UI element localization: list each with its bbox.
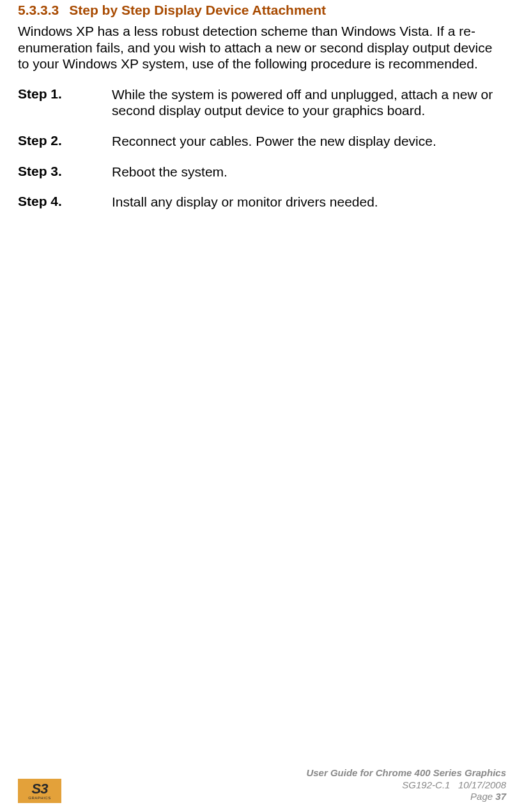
section-title: Step by Step Display Device Attachment	[69, 3, 326, 17]
step-text: Reboot the system.	[112, 164, 506, 194]
step-text: While the system is powered off and unpl…	[112, 86, 506, 133]
footer-logo-main: S3	[32, 782, 48, 796]
footer: S3 GRAPHICS User Guide for Chrome 400 Se…	[18, 767, 506, 803]
step-label: Step 1.	[18, 86, 112, 133]
section-heading: 5.3.3.3Step by Step Display Device Attac…	[18, 0, 506, 18]
step-text: Reconnect your cables. Power the new dis…	[112, 133, 506, 164]
step-text: Install any display or monitor drivers n…	[112, 194, 506, 224]
step-row: Step 3. Reboot the system.	[18, 164, 506, 194]
intro-paragraph: Windows XP has a less robust detection s…	[18, 23, 506, 72]
footer-logo-sub: GRAPHICS	[28, 796, 50, 800]
steps-list: Step 1. While the system is powered off …	[18, 86, 506, 224]
step-label: Step 2.	[18, 133, 112, 164]
step-row: Step 4. Install any display or monitor d…	[18, 194, 506, 224]
footer-page: Page 37	[306, 791, 506, 803]
footer-meta: User Guide for Chrome 400 Series Graphic…	[306, 767, 506, 803]
footer-doc-id: SG192-C.1	[402, 779, 450, 790]
footer-doc-title: User Guide for Chrome 400 Series Graphic…	[306, 767, 506, 779]
footer-doc-date: 10/17/2008	[458, 779, 506, 790]
step-label: Step 3.	[18, 164, 112, 194]
step-row: Step 1. While the system is powered off …	[18, 86, 506, 133]
section-number: 5.3.3.3	[18, 3, 59, 17]
step-label: Step 4.	[18, 194, 112, 224]
footer-page-number: 37	[495, 791, 506, 802]
footer-page-label: Page	[470, 791, 495, 802]
footer-doc-meta: SG192-C.1 10/17/2008	[306, 779, 506, 792]
footer-logo: S3 GRAPHICS	[18, 779, 61, 803]
step-row: Step 2. Reconnect your cables. Power the…	[18, 133, 506, 164]
